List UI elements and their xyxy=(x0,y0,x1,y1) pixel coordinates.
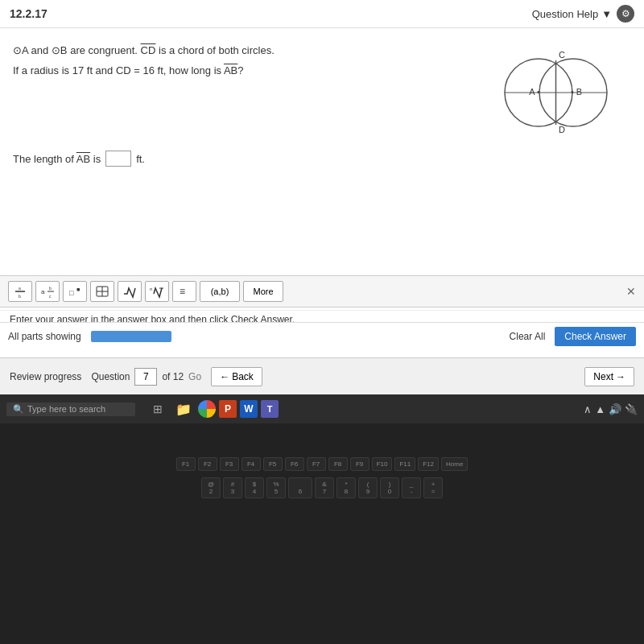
key-f7[interactable]: F7 xyxy=(307,457,326,471)
network-icon: ▲ xyxy=(595,403,605,415)
svg-text:a: a xyxy=(41,288,45,295)
key-f10[interactable]: F10 xyxy=(372,457,393,471)
more-label: More xyxy=(253,287,273,296)
browser-screen: 12.2.17 Question Help ▼ ⚙ ⊙A and ⊙B are … xyxy=(0,0,644,394)
laptop-body: ovo F1 F2 F3 F4 F5 F6 F7 F8 F9 F10 F11 F… xyxy=(0,423,644,644)
content-area: ⊙A and ⊙B are congruent. CD is a chord o… xyxy=(0,28,644,254)
key-f1[interactable]: F1 xyxy=(176,457,196,471)
interval-button[interactable]: (a,b) xyxy=(200,281,240,302)
review-progress-button[interactable]: Review progress xyxy=(10,371,81,382)
key-0[interactable]: )0 xyxy=(380,477,399,498)
powerpoint-icon[interactable]: P xyxy=(219,400,237,418)
key-5[interactable]: %5 xyxy=(266,477,286,498)
question-label: Question xyxy=(91,371,130,382)
taskview-icon[interactable]: ⊞ xyxy=(147,398,169,420)
taskbar: 🔍 Type here to search ⊞ 📁 P W T ∧ ▲ 🔊 🔌 xyxy=(0,394,644,423)
svg-text:■: ■ xyxy=(76,287,80,292)
dropdown-arrow-icon: ▼ xyxy=(601,8,612,20)
key-8[interactable]: *8 xyxy=(336,477,356,498)
teams-icon[interactable]: T xyxy=(261,400,279,418)
circles-diagram: A • • B C D xyxy=(478,43,631,135)
back-button[interactable]: ← Back xyxy=(211,367,262,386)
parts-label: All parts showing xyxy=(8,331,81,342)
svg-text:b: b xyxy=(49,286,52,291)
key-f8[interactable]: F8 xyxy=(328,457,348,471)
battery-icon: 🔌 xyxy=(625,403,638,415)
word-icon[interactable]: W xyxy=(240,400,258,418)
answer-input[interactable] xyxy=(105,151,131,167)
answer-row: The length of AB is ft. xyxy=(13,151,631,167)
system-icons: ∧ ▲ 🔊 🔌 xyxy=(584,403,638,415)
question-help-button[interactable]: Question Help ▼ xyxy=(532,8,612,20)
interval-label: (a,b) xyxy=(211,287,229,296)
key-9[interactable]: (9 xyxy=(358,477,378,498)
key-equals[interactable]: += xyxy=(423,477,443,498)
key-7[interactable]: &7 xyxy=(315,477,334,498)
matrix-button[interactable] xyxy=(90,281,114,302)
taskbar-right: ∧ ▲ 🔊 🔌 xyxy=(584,403,638,415)
nth-root-button[interactable]: n xyxy=(145,281,169,302)
progress-bar xyxy=(91,331,171,342)
chrome-icon[interactable] xyxy=(198,400,216,418)
top-bar: 12.2.17 Question Help ▼ ⚙ xyxy=(0,0,644,28)
search-icon: 🔍 xyxy=(13,404,24,415)
next-button[interactable]: Next → xyxy=(584,367,634,386)
problem-statements: ⊙A and ⊙B are congruent. CD is a chord o… xyxy=(13,43,462,83)
svg-text:c: c xyxy=(49,294,52,299)
svg-text:D: D xyxy=(559,125,565,134)
svg-text:a: a xyxy=(19,286,21,291)
svg-text:≡: ≡ xyxy=(180,286,185,297)
parts-bar: All parts showing Clear All Check Answer xyxy=(0,322,644,350)
check-answer-button[interactable]: Check Answer xyxy=(555,327,636,346)
keyboard: F1 F2 F3 F4 F5 F6 F7 F8 F9 F10 F11 F12 H… xyxy=(0,456,644,500)
svg-text:• B: • B xyxy=(571,87,582,97)
svg-text:A •: A • xyxy=(529,87,540,97)
key-6[interactable]: 6 xyxy=(288,477,312,498)
svg-text:n: n xyxy=(150,287,152,291)
diagram: A • • B C D xyxy=(478,43,631,139)
key-minus[interactable]: _- xyxy=(402,477,421,498)
more-button[interactable]: More xyxy=(243,281,283,302)
problem-line2: If a radius is 17 ft and CD = 16 ft, how… xyxy=(13,63,462,80)
mixed-number-button[interactable]: abc xyxy=(35,281,60,302)
taskbar-icons: ⊞ 📁 P W T xyxy=(147,398,279,420)
question-help-label: Question Help xyxy=(532,8,598,20)
next-arrow-icon: → xyxy=(616,371,625,382)
svg-text:b: b xyxy=(19,294,21,299)
go-button[interactable]: Go xyxy=(188,371,201,382)
key-4[interactable]: $4 xyxy=(245,477,264,498)
key-3[interactable]: #3 xyxy=(223,477,242,498)
search-bar[interactable]: 🔍 Type here to search xyxy=(6,402,135,416)
key-f12[interactable]: F12 xyxy=(418,457,439,471)
gear-icon[interactable]: ⚙ xyxy=(617,5,634,23)
file-explorer-icon[interactable]: 📁 xyxy=(172,398,195,420)
clear-all-button[interactable]: Clear All xyxy=(510,331,546,342)
key-f4[interactable]: F4 xyxy=(242,457,261,471)
key-f2[interactable]: F2 xyxy=(198,457,217,471)
key-f6[interactable]: F6 xyxy=(285,457,304,471)
question-nav: Question of 12 Go xyxy=(91,368,201,386)
svg-text:C: C xyxy=(559,50,565,60)
back-arrow-icon: ← xyxy=(220,371,229,382)
key-2[interactable]: @2 xyxy=(201,477,221,498)
key-home[interactable]: Home xyxy=(441,457,468,471)
question-number-input[interactable] xyxy=(134,368,157,386)
search-placeholder: Type here to search xyxy=(27,404,105,414)
of-label: of 12 xyxy=(162,371,184,382)
superscript-button[interactable]: □■ xyxy=(63,281,87,302)
answer-unit: ft. xyxy=(136,153,145,165)
key-f9[interactable]: F9 xyxy=(350,457,369,471)
sqrt-button[interactable] xyxy=(118,281,142,302)
nav-bar: Review progress Question of 12 Go ← Back… xyxy=(0,357,644,394)
question-id: 12.2.17 xyxy=(10,7,47,20)
key-f11[interactable]: F11 xyxy=(394,457,415,471)
svg-text:□: □ xyxy=(69,289,74,297)
key-f5[interactable]: F5 xyxy=(263,457,283,471)
fraction-button[interactable]: ab xyxy=(8,281,32,302)
math-toolbar: ab abc □■ n ≡ (a,b) More ✕ xyxy=(0,275,644,308)
toolbar-close-button[interactable]: ✕ xyxy=(626,285,636,298)
key-f3[interactable]: F3 xyxy=(220,457,239,471)
answer-prefix: The length of AB is xyxy=(13,153,101,165)
equiv-button[interactable]: ≡ xyxy=(172,281,196,302)
up-arrow-icon: ∧ xyxy=(584,403,592,415)
